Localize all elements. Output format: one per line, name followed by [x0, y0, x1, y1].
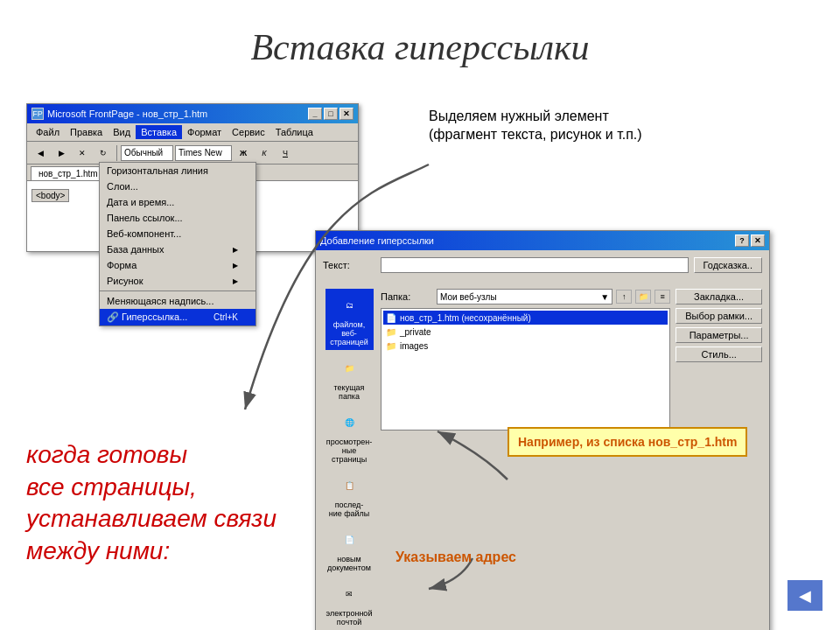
dialog-title: Добавление гиперссылки — [320, 235, 434, 246]
menu-webcomponent[interactable]: Веб-компонент... — [100, 226, 256, 242]
back-button[interactable]: ◀ — [31, 144, 50, 162]
file-item-images[interactable]: 📁 images — [383, 339, 668, 353]
nav-back-button[interactable]: ◀ — [788, 580, 822, 611]
menu-picture[interactable]: Рисунок ▶ — [100, 273, 256, 289]
menu-view[interactable]: Вид — [108, 125, 136, 139]
bookmark-button[interactable]: Закладка... — [676, 289, 762, 304]
dialog-body: 🗂 файлом, веб-страницей 📁 текущая папка … — [316, 285, 769, 630]
file-item-private[interactable]: 📁 _private — [383, 325, 668, 339]
link-type-viewed[interactable]: 🌐 просмотрен-ные страницы — [326, 406, 374, 467]
bottom-left-text: когда готовы все страницы, устанавливаем… — [26, 439, 276, 567]
body-tag: <body> — [32, 189, 69, 202]
new-doc-icon: 📄 — [336, 527, 362, 553]
menu-service[interactable]: Сервис — [227, 125, 270, 139]
menu-file[interactable]: Файл — [31, 125, 65, 139]
insert-dropdown-menu: Горизонтальная линия Слои... Дата и врем… — [99, 162, 256, 326]
file-browser: Папка: Мои веб-узлы ▼ ↑ 📁 ≡ 📄 нов_стр_1.… — [381, 289, 670, 630]
menu-horizontal-line[interactable]: Горизонтальная линия — [100, 163, 256, 178]
parameters-button[interactable]: Параметры... — [676, 327, 762, 343]
dialog-content-top: Текст: Годсказка.. — [316, 250, 769, 285]
frontpage-titlebar: FP Microsoft FrontPage - нов_стр_1.htm _… — [27, 104, 358, 123]
godskaz-button[interactable]: Годсказка.. — [694, 257, 762, 273]
page-title: Вставка гиперссылки — [0, 0, 840, 68]
email-icon: ✉ — [336, 581, 362, 607]
style-dropdown[interactable]: Обычный — [121, 145, 173, 161]
file-list: 📄 нов_стр_1.htm (несохранённый) 📁 _priva… — [381, 308, 670, 430]
recent-files-icon: 📋 — [336, 472, 362, 499]
toolbar-separator — [116, 145, 117, 161]
frontpage-icon: FP — [32, 108, 44, 120]
frontpage-title: Microsoft FrontPage - нов_стр_1.htm — [47, 108, 207, 119]
link-type-file[interactable]: 🗂 файлом, веб-страницей — [326, 289, 374, 350]
link-type-new-doc[interactable]: 📄 новым документом — [326, 523, 374, 576]
tab-document[interactable]: нов_стр_1.htm — [31, 166, 106, 180]
link-type-recent[interactable]: 📋 послед-ние файлы — [326, 469, 374, 522]
menu-marquee[interactable]: Меняющаяся надпись... — [100, 293, 256, 309]
menu-form[interactable]: Форма ▶ — [100, 257, 256, 273]
bold-button[interactable]: Ж — [234, 144, 253, 162]
folder-up-button[interactable]: ↑ — [616, 290, 632, 304]
refresh-button[interactable]: ↻ — [94, 144, 113, 162]
menu-hyperlink[interactable]: 🔗 Гиперссылка... Ctrl+K — [100, 309, 256, 326]
forward-button[interactable]: ▶ — [52, 144, 71, 162]
folder-label: Папка: — [381, 291, 433, 302]
menu-table[interactable]: Таблица — [270, 125, 318, 139]
link-type-email[interactable]: ✉ электронной почтой — [326, 578, 374, 630]
minimize-button[interactable]: _ — [308, 108, 322, 120]
close-button[interactable]: ✕ — [340, 108, 354, 120]
images-folder-icon: 📁 — [385, 340, 397, 352]
maximize-button[interactable]: □ — [324, 108, 338, 120]
folder-dropdown[interactable]: Мои веб-узлы ▼ — [437, 289, 612, 304]
menu-layers[interactable]: Слои... — [100, 178, 256, 194]
menu-linkpanel[interactable]: Панель ссылок... — [100, 210, 256, 226]
file-item-htm[interactable]: 📄 нов_стр_1.htm (несохранённый) — [383, 311, 668, 325]
dialog-close-button[interactable]: ✕ — [751, 234, 765, 247]
menu-separator — [100, 290, 256, 291]
link-type-current[interactable]: 📁 текущая папка — [326, 352, 374, 404]
dialog-right-buttons: Закладка... Выбор рамки... Параметры... … — [676, 289, 762, 630]
menu-edit[interactable]: Правка — [65, 125, 108, 139]
callout-address: Указываем адрес — [396, 550, 516, 565]
dialog-help-button[interactable]: ? — [735, 234, 749, 247]
frontpage-menubar: Файл Правка Вид Вставка Формат Сервис Та… — [27, 123, 358, 142]
style-button[interactable]: Стиль... — [676, 346, 762, 362]
folder-toolbar: Папка: Мои веб-узлы ▼ ↑ 📁 ≡ — [381, 289, 670, 304]
new-folder-button[interactable]: 📁 — [635, 290, 651, 304]
callout-top-right: Выделяем нужный элемент (фрагмент текста… — [429, 108, 674, 144]
viewed-pages-icon: 🌐 — [336, 410, 362, 436]
nav-arrow-icon: ◀ — [799, 586, 811, 606]
stop-button[interactable]: ✕ — [73, 144, 92, 162]
menu-format[interactable]: Формат — [182, 125, 227, 139]
file-item-htm-name: нов_стр_1.htm (несохранённый) — [400, 313, 531, 323]
frontpage-window: FP Microsoft FrontPage - нов_стр_1.htm _… — [26, 103, 359, 252]
htm-file-icon: 📄 — [385, 312, 397, 324]
menu-datetime[interactable]: Дата и время... — [100, 194, 256, 210]
dialog-titlebar: Добавление гиперссылки ? ✕ — [316, 231, 769, 250]
folder-value: Мои веб-узлы — [440, 292, 497, 302]
frame-selection-button[interactable]: Выбор рамки... — [676, 308, 762, 324]
private-folder-icon: 📁 — [385, 326, 397, 338]
main-content: FP Microsoft FrontPage - нов_стр_1.htm _… — [0, 86, 840, 620]
text-label: Текст: — [323, 260, 375, 270]
menu-insert[interactable]: Вставка — [136, 125, 182, 139]
text-input[interactable] — [381, 257, 689, 273]
italic-button[interactable]: К — [255, 144, 274, 162]
file-item-images-name: images — [400, 341, 428, 351]
file-item-private-name: _private — [400, 327, 431, 337]
menu-database[interactable]: База данных ▶ — [100, 242, 256, 257]
font-dropdown[interactable]: Times New — [175, 145, 232, 161]
file-web-icon: 🗂 — [336, 292, 362, 318]
underline-button[interactable]: Ч — [276, 144, 295, 162]
current-folder-icon: 📁 — [336, 355, 362, 382]
callout-example: Например, из списка нов_стр_1.htm — [508, 427, 747, 457]
text-row: Текст: Годсказка.. — [323, 257, 762, 273]
folder-list-button[interactable]: ≡ — [654, 290, 670, 304]
link-types-panel: 🗂 файлом, веб-страницей 📁 текущая папка … — [323, 289, 375, 630]
